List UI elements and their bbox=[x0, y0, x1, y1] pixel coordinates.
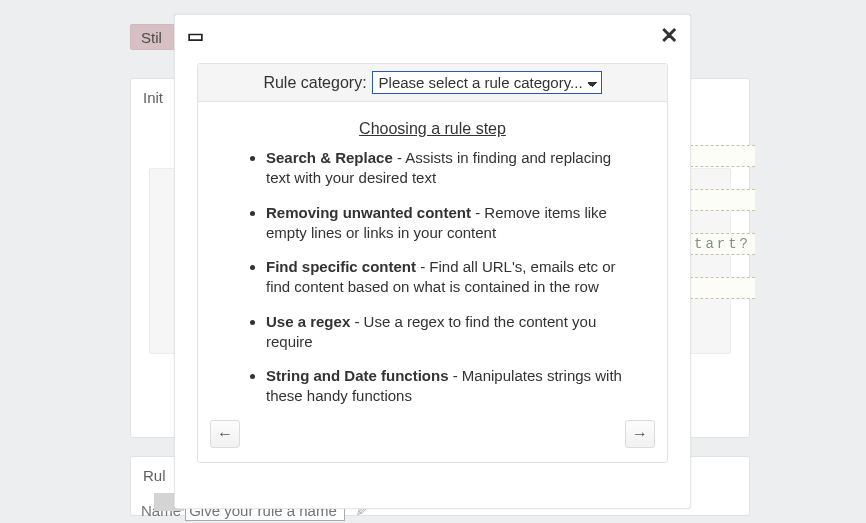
category-bar: Rule category: Please select a rule cate… bbox=[198, 64, 667, 102]
modal-header: ▭ ✕ bbox=[175, 15, 690, 57]
category-label: Rule category: bbox=[263, 74, 366, 92]
list-item-name: String and Date functions bbox=[266, 367, 449, 384]
bg-stripe bbox=[690, 189, 755, 211]
rule-list: Search & Replace - Assists in finding an… bbox=[226, 148, 639, 407]
list-item-name: Removing unwanted content bbox=[266, 204, 471, 221]
list-item: String and Date functions - Manipulates … bbox=[266, 366, 639, 407]
list-item-name: Search & Replace bbox=[266, 149, 393, 166]
bg-tart-text: tart? bbox=[694, 236, 751, 252]
list-item-name: Use a regex bbox=[266, 313, 350, 330]
bg-stripe bbox=[690, 277, 755, 299]
list-item: Find specific content - Find all URL's, … bbox=[266, 257, 639, 298]
list-item: Removing unwanted content - Remove items… bbox=[266, 203, 639, 244]
list-item: Search & Replace - Assists in finding an… bbox=[266, 148, 639, 189]
nav-back-button[interactable]: ← bbox=[210, 420, 240, 448]
close-icon[interactable]: ✕ bbox=[660, 25, 678, 47]
modal-body: Rule category: Please select a rule cate… bbox=[197, 63, 668, 463]
step-title: Choosing a rule step bbox=[198, 120, 667, 138]
rule-category-select[interactable]: Please select a rule category... bbox=[372, 71, 602, 94]
page-root: Stil Init tart? Rul Name ✎ ▭ ✕ Rule cate… bbox=[0, 0, 866, 523]
list-item-name: Find specific content bbox=[266, 258, 416, 275]
step-title-text: Choosing a rule step bbox=[359, 120, 506, 137]
nav-forward-button[interactable]: → bbox=[625, 420, 655, 448]
window-icon: ▭ bbox=[187, 27, 204, 45]
list-item: Use a regex - Use a regex to find the co… bbox=[266, 312, 639, 353]
bg-stripes bbox=[690, 145, 755, 321]
bg-stripe bbox=[690, 145, 755, 167]
rule-wizard-modal: ▭ ✕ Rule category: Please select a rule … bbox=[174, 14, 691, 509]
